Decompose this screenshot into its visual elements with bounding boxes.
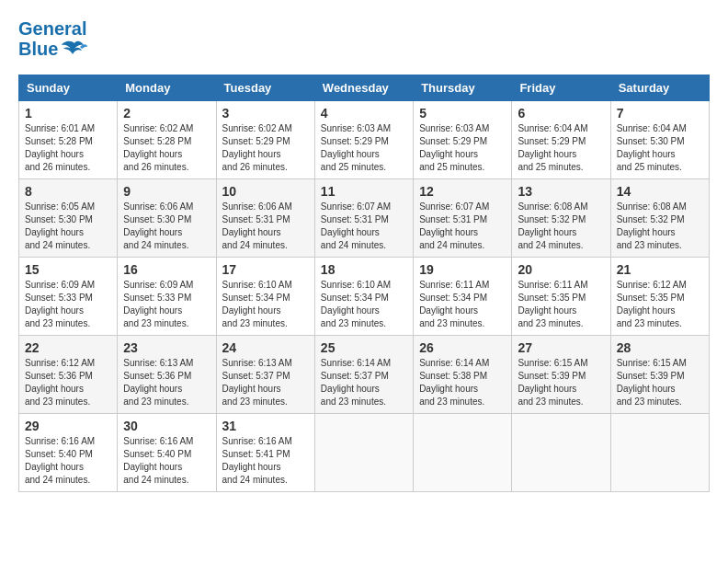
calendar-day-cell: 16 Sunrise: 6:09 AMSunset: 5:33 PMDaylig…: [118, 258, 216, 336]
day-info: Sunrise: 6:10 AMSunset: 5:34 PMDaylight …: [222, 279, 309, 330]
weekday-header-monday: Monday: [118, 75, 216, 101]
day-number: 7: [617, 106, 703, 121]
day-info: Sunrise: 6:16 AMSunset: 5:40 PMDaylight …: [123, 435, 210, 487]
calendar-day-cell: 28 Sunrise: 6:15 AMSunset: 5:39 PMDaylig…: [610, 336, 709, 414]
day-info: Sunrise: 6:11 AMSunset: 5:35 PMDaylight …: [518, 279, 604, 330]
calendar-day-cell: 13 Sunrise: 6:08 AMSunset: 5:32 PMDaylig…: [512, 179, 610, 258]
day-info: Sunrise: 6:05 AMSunset: 5:30 PMDaylight …: [25, 201, 111, 252]
day-number: 24: [222, 340, 309, 355]
day-info: Sunrise: 6:08 AMSunset: 5:32 PMDaylight …: [617, 201, 703, 252]
logo-general: General: [18, 18, 87, 39]
day-number: 3: [222, 106, 309, 121]
weekday-header-friday: Friday: [512, 75, 610, 101]
calendar-week-row: 1 Sunrise: 6:01 AMSunset: 5:28 PMDayligh…: [19, 101, 710, 179]
calendar-day-cell: 18 Sunrise: 6:10 AMSunset: 5:34 PMDaylig…: [314, 258, 413, 336]
day-info: Sunrise: 6:04 AMSunset: 5:29 PMDaylight …: [518, 122, 604, 174]
day-number: 21: [617, 262, 703, 277]
day-info: Sunrise: 6:16 AMSunset: 5:41 PMDaylight …: [222, 435, 309, 487]
calendar-day-cell: 6 Sunrise: 6:04 AMSunset: 5:29 PMDayligh…: [512, 101, 610, 179]
calendar-day-cell: 20 Sunrise: 6:11 AMSunset: 5:35 PMDaylig…: [512, 258, 610, 336]
day-info: Sunrise: 6:16 AMSunset: 5:40 PMDaylight …: [25, 435, 111, 487]
calendar-day-cell: [512, 414, 610, 492]
logo-blue: Blue: [18, 39, 58, 60]
day-number: 11: [321, 184, 407, 199]
calendar-day-cell: [610, 414, 709, 492]
logo-bird-icon: [62, 40, 87, 60]
calendar-day-cell: 9 Sunrise: 6:06 AMSunset: 5:30 PMDayligh…: [118, 179, 216, 258]
calendar-day-cell: 21 Sunrise: 6:12 AMSunset: 5:35 PMDaylig…: [610, 258, 709, 336]
day-number: 14: [617, 184, 703, 199]
calendar-day-cell: 22 Sunrise: 6:12 AMSunset: 5:36 PMDaylig…: [19, 336, 118, 414]
calendar-day-cell: 24 Sunrise: 6:13 AMSunset: 5:37 PMDaylig…: [216, 336, 314, 414]
day-info: Sunrise: 6:08 AMSunset: 5:32 PMDaylight …: [518, 201, 604, 252]
calendar-day-cell: [414, 414, 512, 492]
day-number: 27: [518, 340, 604, 355]
calendar-week-row: 8 Sunrise: 6:05 AMSunset: 5:30 PMDayligh…: [19, 179, 710, 258]
day-number: 22: [25, 340, 111, 355]
day-info: Sunrise: 6:02 AMSunset: 5:28 PMDaylight …: [123, 122, 210, 174]
day-number: 1: [25, 106, 111, 121]
day-number: 23: [123, 340, 210, 355]
calendar-day-cell: 2 Sunrise: 6:02 AMSunset: 5:28 PMDayligh…: [118, 101, 216, 179]
day-info: Sunrise: 6:10 AMSunset: 5:34 PMDaylight …: [321, 279, 407, 330]
calendar-body: 1 Sunrise: 6:01 AMSunset: 5:28 PMDayligh…: [19, 101, 710, 492]
calendar-day-cell: 1 Sunrise: 6:01 AMSunset: 5:28 PMDayligh…: [19, 101, 118, 179]
calendar-day-cell: 4 Sunrise: 6:03 AMSunset: 5:29 PMDayligh…: [314, 101, 413, 179]
calendar-day-cell: 15 Sunrise: 6:09 AMSunset: 5:33 PMDaylig…: [19, 258, 118, 336]
calendar-day-cell: 30 Sunrise: 6:16 AMSunset: 5:40 PMDaylig…: [118, 414, 216, 492]
day-number: 4: [321, 106, 407, 121]
day-number: 15: [25, 262, 111, 277]
day-number: 16: [123, 262, 210, 277]
day-number: 13: [518, 184, 604, 199]
calendar-day-cell: 25 Sunrise: 6:14 AMSunset: 5:37 PMDaylig…: [314, 336, 413, 414]
calendar-week-row: 29 Sunrise: 6:16 AMSunset: 5:40 PMDaylig…: [19, 414, 710, 492]
day-number: 31: [222, 419, 309, 433]
weekday-header-saturday: Saturday: [610, 75, 709, 101]
day-info: Sunrise: 6:14 AMSunset: 5:38 PMDaylight …: [419, 357, 506, 408]
day-number: 8: [25, 184, 111, 199]
calendar-day-cell: 19 Sunrise: 6:11 AMSunset: 5:34 PMDaylig…: [414, 258, 512, 336]
day-info: Sunrise: 6:11 AMSunset: 5:34 PMDaylight …: [419, 279, 506, 330]
day-number: 18: [321, 262, 407, 277]
calendar-day-cell: 14 Sunrise: 6:08 AMSunset: 5:32 PMDaylig…: [610, 179, 709, 258]
day-number: 10: [222, 184, 309, 199]
day-info: Sunrise: 6:15 AMSunset: 5:39 PMDaylight …: [518, 357, 604, 408]
day-info: Sunrise: 6:07 AMSunset: 5:31 PMDaylight …: [419, 201, 506, 252]
day-number: 12: [419, 184, 506, 199]
calendar-day-cell: 7 Sunrise: 6:04 AMSunset: 5:30 PMDayligh…: [610, 101, 709, 179]
day-info: Sunrise: 6:09 AMSunset: 5:33 PMDaylight …: [123, 279, 210, 330]
calendar-day-cell: 11 Sunrise: 6:07 AMSunset: 5:31 PMDaylig…: [314, 179, 413, 258]
day-info: Sunrise: 6:13 AMSunset: 5:37 PMDaylight …: [222, 357, 309, 408]
weekday-header-sunday: Sunday: [19, 75, 118, 101]
calendar-day-cell: 17 Sunrise: 6:10 AMSunset: 5:34 PMDaylig…: [216, 258, 314, 336]
day-number: 17: [222, 262, 309, 277]
day-info: Sunrise: 6:09 AMSunset: 5:33 PMDaylight …: [25, 279, 111, 330]
calendar-day-cell: 23 Sunrise: 6:13 AMSunset: 5:36 PMDaylig…: [118, 336, 216, 414]
day-info: Sunrise: 6:13 AMSunset: 5:36 PMDaylight …: [123, 357, 210, 408]
day-info: Sunrise: 6:06 AMSunset: 5:30 PMDaylight …: [123, 201, 210, 252]
day-info: Sunrise: 6:06 AMSunset: 5:31 PMDaylight …: [222, 201, 309, 252]
calendar-day-cell: 3 Sunrise: 6:02 AMSunset: 5:29 PMDayligh…: [216, 101, 314, 179]
calendar-day-cell: 5 Sunrise: 6:03 AMSunset: 5:29 PMDayligh…: [414, 101, 512, 179]
calendar-week-row: 15 Sunrise: 6:09 AMSunset: 5:33 PMDaylig…: [19, 258, 710, 336]
calendar-day-cell: 29 Sunrise: 6:16 AMSunset: 5:40 PMDaylig…: [19, 414, 118, 492]
calendar-day-cell: 27 Sunrise: 6:15 AMSunset: 5:39 PMDaylig…: [512, 336, 610, 414]
day-number: 9: [123, 184, 210, 199]
day-number: 2: [123, 106, 210, 121]
calendar-day-cell: 12 Sunrise: 6:07 AMSunset: 5:31 PMDaylig…: [414, 179, 512, 258]
day-number: 26: [419, 340, 506, 355]
calendar-day-cell: [314, 414, 413, 492]
day-info: Sunrise: 6:15 AMSunset: 5:39 PMDaylight …: [617, 357, 703, 408]
day-number: 29: [25, 419, 111, 433]
weekday-header-tuesday: Tuesday: [216, 75, 314, 101]
calendar-table: SundayMondayTuesdayWednesdayThursdayFrid…: [18, 75, 710, 492]
weekday-header-wednesday: Wednesday: [314, 75, 413, 101]
day-info: Sunrise: 6:04 AMSunset: 5:30 PMDaylight …: [617, 122, 703, 174]
day-info: Sunrise: 6:01 AMSunset: 5:28 PMDaylight …: [25, 122, 111, 174]
day-number: 6: [518, 106, 604, 121]
calendar-day-cell: 31 Sunrise: 6:16 AMSunset: 5:41 PMDaylig…: [216, 414, 314, 492]
day-info: Sunrise: 6:02 AMSunset: 5:29 PMDaylight …: [222, 122, 309, 174]
calendar-header-row: SundayMondayTuesdayWednesdayThursdayFrid…: [19, 75, 710, 101]
page-header: General Blue: [18, 18, 710, 60]
calendar-day-cell: 8 Sunrise: 6:05 AMSunset: 5:30 PMDayligh…: [19, 179, 118, 258]
